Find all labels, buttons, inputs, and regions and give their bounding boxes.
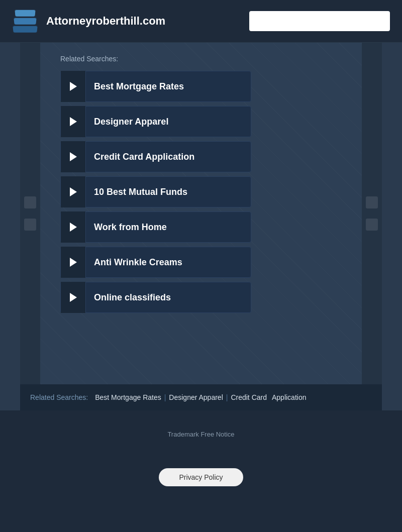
search-item-label: Work from Home bbox=[86, 222, 175, 233]
play-triangle-icon-5 bbox=[70, 223, 77, 232]
list-item[interactable]: 10 Best Mutual Funds bbox=[60, 176, 251, 207]
side-left-icon-1 bbox=[24, 196, 36, 208]
main-wrapper: Related Searches: Best Mortgage Rates De… bbox=[0, 43, 402, 410]
play-triangle-icon-6 bbox=[70, 258, 77, 267]
header: Attorneyroberthill.com bbox=[0, 0, 402, 43]
play-button-2 bbox=[61, 106, 86, 137]
play-triangle-icon-1 bbox=[70, 82, 77, 91]
search-item-label: Anti Wrinkle Creams bbox=[86, 257, 190, 268]
footer-link-application[interactable]: Application bbox=[272, 393, 307, 401]
list-item[interactable]: Online classifieds bbox=[60, 282, 251, 313]
play-triangle-icon-4 bbox=[70, 187, 77, 196]
search-item-label: Credit Card Application bbox=[86, 152, 203, 162]
list-item[interactable]: Best Mortgage Rates bbox=[60, 71, 251, 102]
search-input[interactable] bbox=[249, 11, 390, 31]
logo-layer-bottom bbox=[13, 26, 37, 32]
logo-layer-top bbox=[15, 10, 35, 16]
search-item-label: Best Mortgage Rates bbox=[86, 81, 192, 92]
list-item[interactable]: Designer Apparel bbox=[60, 106, 251, 137]
content-area: Related Searches: Best Mortgage Rates De… bbox=[20, 43, 382, 384]
side-left-decoration bbox=[20, 43, 40, 384]
footer-related-label: Related Searches: bbox=[30, 393, 88, 401]
site-title: Attorneyroberthill.com bbox=[46, 15, 165, 28]
footer-related-bar: Related Searches: Best Mortgage Rates | … bbox=[20, 384, 382, 410]
footer-separator-1: | bbox=[164, 393, 166, 401]
logo-icon bbox=[12, 8, 38, 34]
search-item-label: Online classifieds bbox=[86, 292, 179, 303]
side-left-icon-2 bbox=[24, 219, 36, 231]
search-items-list: Best Mortgage Rates Designer Apparel Cre… bbox=[60, 71, 372, 313]
footer-link-designer-apparel[interactable]: Designer Apparel bbox=[169, 393, 223, 401]
footer-separator-2: | bbox=[226, 393, 228, 401]
play-button-3 bbox=[61, 141, 86, 172]
list-item[interactable]: Credit Card Application bbox=[60, 141, 251, 172]
footer-link-credit-card[interactable]: Credit Card bbox=[231, 393, 267, 401]
search-item-label: Designer Apparel bbox=[86, 117, 176, 127]
list-item[interactable]: Work from Home bbox=[60, 211, 251, 243]
list-item[interactable]: Anti Wrinkle Creams bbox=[60, 247, 251, 278]
play-button-6 bbox=[61, 247, 86, 278]
privacy-policy-button[interactable]: Privacy Policy bbox=[159, 468, 243, 486]
footer-link-best-mortgage[interactable]: Best Mortgage Rates bbox=[95, 393, 161, 401]
play-triangle-icon-3 bbox=[70, 152, 77, 161]
trademark-notice: Trademark Free Notice bbox=[167, 431, 234, 438]
bottom-area: Trademark Free Notice Privacy Policy bbox=[0, 410, 402, 501]
search-item-label: 10 Best Mutual Funds bbox=[86, 187, 195, 197]
play-triangle-icon-2 bbox=[70, 117, 77, 126]
play-button-7 bbox=[61, 282, 86, 313]
play-button-1 bbox=[61, 71, 86, 102]
play-button-4 bbox=[61, 176, 86, 207]
play-button-5 bbox=[61, 211, 86, 243]
logo-layer-mid bbox=[14, 18, 36, 24]
play-triangle-icon-7 bbox=[70, 293, 77, 302]
related-searches-heading: Related Searches: bbox=[60, 55, 372, 63]
